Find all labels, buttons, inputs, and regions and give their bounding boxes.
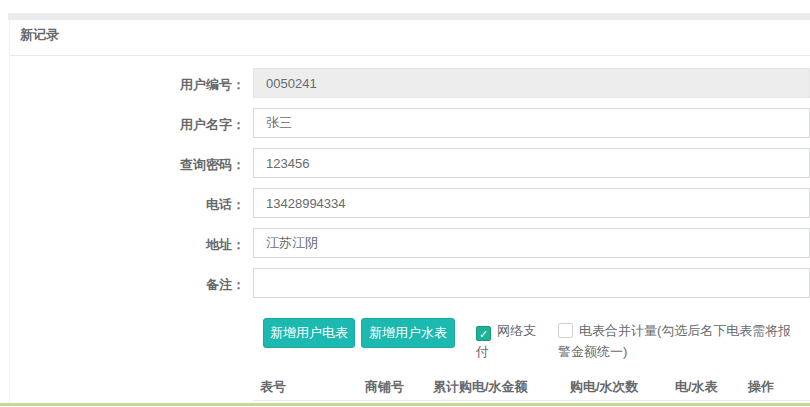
- add-electric-meter-button[interactable]: 新增用户电表: [263, 318, 355, 348]
- page-title: 新记录: [20, 26, 59, 44]
- bottom-panel-border: [0, 403, 810, 406]
- query-password-field[interactable]: [253, 148, 810, 178]
- merge-meter-checkbox-group: 电表合并计量(勾选后名下电表需将报警金额统一): [558, 320, 798, 362]
- remark-field[interactable]: [253, 268, 810, 298]
- address-field[interactable]: [253, 228, 810, 258]
- page-background-strip: [8, 13, 810, 20]
- query-password-label: 查询密码：: [0, 156, 245, 174]
- phone-field[interactable]: [253, 188, 810, 218]
- form-row-query-password: 查询密码：: [0, 148, 810, 178]
- network-pay-checkbox[interactable]: ✓: [476, 326, 491, 341]
- table-header-actions: 操作: [748, 378, 774, 396]
- user-id-field: [253, 68, 810, 98]
- check-icon: ✓: [479, 328, 488, 340]
- form-row-phone: 电话：: [0, 188, 810, 218]
- remark-label: 备注：: [0, 276, 245, 294]
- user-name-field[interactable]: [253, 108, 810, 138]
- form-row-user-id: 用户编号：: [0, 68, 810, 98]
- user-id-label: 用户编号：: [0, 76, 245, 94]
- table-header-underline: [253, 400, 810, 401]
- form-row-remark: 备注：: [0, 268, 810, 298]
- phone-label: 电话：: [0, 196, 245, 214]
- table-header-meter-type: 电/水表: [675, 378, 718, 396]
- network-pay-checkbox-group: ✓网络支付: [476, 320, 542, 362]
- table-header-meter-no: 表号: [260, 378, 286, 396]
- merge-meter-label: 电表合并计量(勾选后名下电表需将报警金额统一): [558, 323, 791, 359]
- table-header-shop-no: 商铺号: [365, 378, 404, 396]
- table-header-purchase-count: 购电/水次数: [570, 378, 639, 396]
- form-row-user-name: 用户名字：: [0, 108, 810, 138]
- table-header-total-amount: 累计购电/水金额: [433, 378, 528, 396]
- user-name-label: 用户名字：: [0, 116, 245, 134]
- title-divider: [10, 55, 810, 56]
- merge-meter-checkbox[interactable]: [558, 323, 573, 338]
- form-row-address: 地址：: [0, 228, 810, 258]
- address-label: 地址：: [0, 236, 245, 254]
- add-water-meter-button[interactable]: 新增用户水表: [361, 318, 455, 348]
